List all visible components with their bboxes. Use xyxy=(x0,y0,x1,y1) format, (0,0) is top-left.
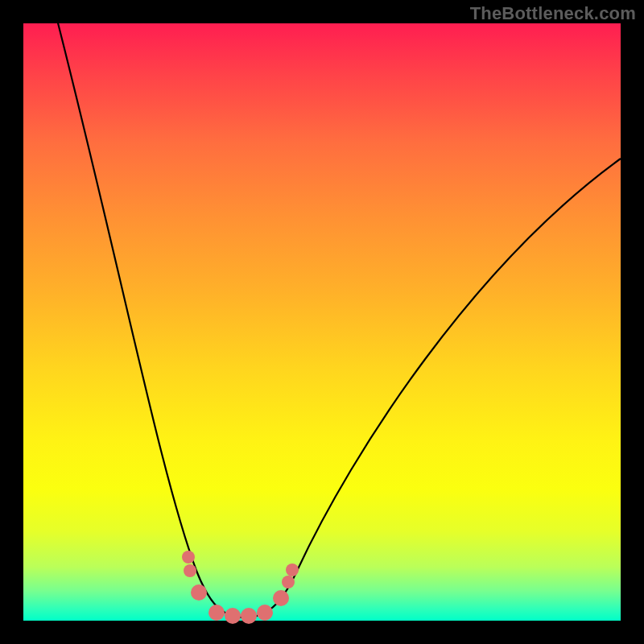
plot-area xyxy=(23,23,621,621)
curve-marker xyxy=(273,590,289,606)
curve-marker xyxy=(182,551,195,564)
marker-group xyxy=(182,551,299,624)
curve-marker xyxy=(257,605,273,621)
curve-marker xyxy=(208,605,225,621)
curve-layer xyxy=(23,23,621,621)
curve-marker xyxy=(282,576,295,588)
curve-marker xyxy=(191,584,207,601)
watermark-text: TheBottleneck.com xyxy=(470,3,636,24)
curve-marker xyxy=(225,608,241,624)
curve-marker xyxy=(286,564,299,576)
bottleneck-curve xyxy=(54,7,621,617)
curve-marker xyxy=(184,564,196,577)
curve-marker xyxy=(241,608,257,624)
